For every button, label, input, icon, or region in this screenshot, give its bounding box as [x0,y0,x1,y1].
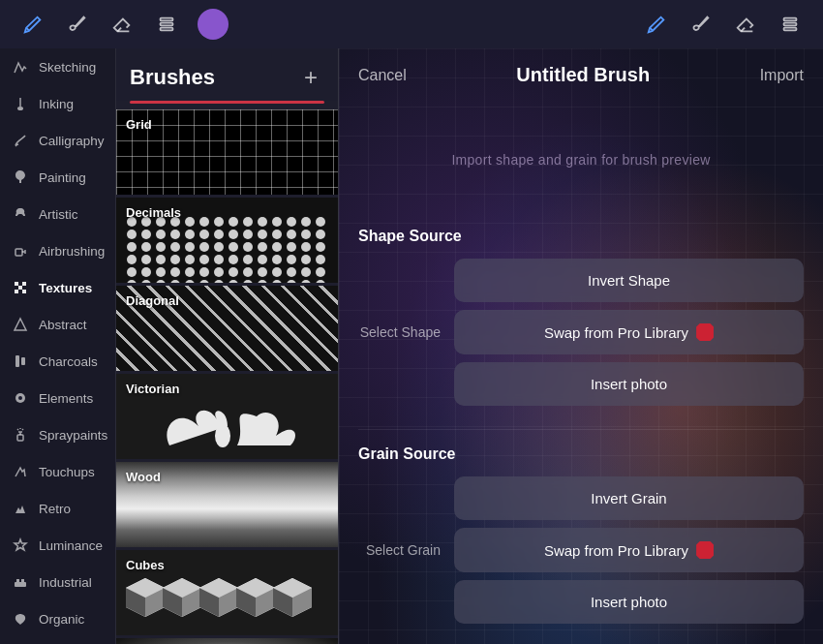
svg-rect-10 [15,290,18,293]
import-button[interactable]: Import [760,67,804,84]
select-shape-label: Select Shape [358,324,441,340]
brush-item-halftone[interactable]: Halftone [116,638,338,644]
sidebar-item-elements[interactable]: Elements [0,380,115,416]
brush-list-panel: Brushes Grid Decimals document.write(Arr… [116,48,339,644]
shape-source-row: Select Shape Invert Shape Swap from Pro … [358,259,804,406]
cancel-button[interactable]: Cancel [358,67,407,84]
layers-icon-right[interactable] [777,11,804,38]
sidebar-item-calligraphy[interactable]: Calligraphy [0,122,115,159]
sidebar-item-organic[interactable]: Organic [0,600,115,637]
sidebar-item-painting[interactable]: Painting [0,159,115,196]
svg-rect-8 [15,282,18,286]
sidebar: Sketching Inking Calligraphy Painting Ar… [0,48,116,644]
sidebar-item-retro[interactable]: Retro [0,490,115,527]
brush-item-decimals[interactable]: Decimals document.write(Array(84).fill('… [116,198,338,283]
add-brush-button[interactable] [297,64,324,91]
select-grain-label: Select Grain [358,542,441,558]
brush-item-cubes[interactable]: Cubes [116,550,338,635]
brush-item-victorian[interactable]: Victorian [116,374,338,459]
sidebar-item-touchups[interactable]: Touchups [0,453,115,490]
sidebar-label-sketching: Sketching [39,60,96,75]
sidebar-item-sketching[interactable]: Sketching [0,48,115,85]
shape-buttons: Invert Shape Swap from Pro Library Inser… [454,259,804,406]
sidebar-label-textures: Textures [39,281,92,295]
brush-icon-left[interactable] [64,11,91,38]
sidebar-item-luminance[interactable]: Luminance [0,527,115,564]
brush-panel-header: Brushes [116,48,338,101]
sidebar-label-painting: Painting [39,170,86,185]
grain-source-title: Grain Source [358,445,804,463]
industrial-icon [12,573,29,591]
svg-rect-5 [784,28,797,31]
invert-shape-button[interactable]: Invert Shape [454,259,804,302]
svg-rect-20 [15,582,26,587]
brush-preview-area: Import shape and grain for brush preview [358,102,804,218]
organic-icon [12,610,29,628]
sidebar-label-luminance: Luminance [39,538,103,553]
brush-item-diagonal[interactable]: Diagonal [116,286,338,371]
shape-source-section: Shape Source Select Shape Invert Shape S… [339,218,823,423]
eraser-icon-left[interactable] [108,11,136,38]
swap-grain-library-button[interactable]: Swap from Pro Library [454,528,804,572]
sidebar-label-abstract: Abstract [39,318,87,332]
sidebar-label-industrial: Industrial [39,575,92,590]
sketching-icon [12,58,29,76]
sidebar-label-spraypaints: Spraypaints [39,428,107,443]
artistic-icon [12,205,29,223]
layers-icon-left[interactable] [153,11,180,38]
sidebar-item-inking[interactable]: Inking [0,85,115,122]
svg-marker-13 [15,319,26,330]
section-divider [358,429,804,430]
svg-rect-11 [22,290,26,293]
insert-photo-grain-button[interactable]: Insert photo [454,580,804,624]
sidebar-item-abstract[interactable]: Abstract [0,306,115,343]
brush-panel-title: Brushes [130,65,215,90]
grain-source-section: Grain Source Select Grain Invert Grain S… [339,436,823,641]
sidebar-item-airbrushing[interactable]: Airbrushing [0,232,115,269]
right-toolbar-group [643,11,804,38]
pencil-icon-right[interactable] [643,11,670,38]
textures-icon [12,279,29,296]
brush-name-grid: Grid [126,117,152,132]
top-toolbar [0,0,823,48]
svg-rect-3 [784,18,797,21]
brush-name-cubes: Cubes [126,558,165,572]
inking-icon [12,95,29,112]
pro-library-icon-shape [696,323,714,341]
sidebar-item-industrial[interactable]: Industrial [0,564,115,600]
brush-icon-right[interactable] [687,11,715,38]
brush-name-decimals: Decimals [126,205,181,220]
sidebar-label-airbrushing: Airbrushing [39,244,105,259]
invert-grain-button[interactable]: Invert Grain [454,476,804,520]
sidebar-label-inking: Inking [39,97,74,111]
svg-rect-14 [15,355,19,367]
brush-name-wood: Wood [126,470,161,484]
sidebar-item-charcoals[interactable]: Charcoals [0,343,115,380]
editor-title: Untitled Brush [516,64,650,86]
brush-name-diagonal: Diagonal [126,293,179,308]
eraser-icon-right[interactable] [732,11,759,38]
charcoals-icon [12,353,29,370]
swap-shape-library-button[interactable]: Swap from Pro Library [454,310,804,354]
svg-rect-1 [161,23,173,26]
pencil-icon-left[interactable] [19,11,46,38]
svg-rect-0 [161,18,173,21]
svg-point-6 [17,107,23,110]
sidebar-item-spraypaints[interactable]: Spraypaints [0,416,115,453]
sidebar-item-water[interactable]: Water [0,637,115,644]
insert-photo-shape-button[interactable]: Insert photo [454,362,804,406]
grain-source-row: Select Grain Invert Grain Swap from Pro … [358,476,804,624]
brush-name-victorian: Victorian [126,382,179,396]
svg-point-24 [245,423,259,445]
svg-rect-21 [16,579,19,582]
svg-rect-7 [15,249,22,256]
shape-source-title: Shape Source [358,228,804,245]
brush-item-wood[interactable]: Wood [116,462,338,547]
brush-item-grid[interactable]: Grid [116,109,338,195]
sidebar-item-textures[interactable]: Textures [0,269,115,306]
active-indicator [130,101,324,104]
calligraphy-icon [12,132,29,149]
sidebar-item-artistic[interactable]: Artistic [0,196,115,232]
brush-editor: Cancel Untitled Brush Import Import shap… [339,48,823,644]
color-picker[interactable] [198,9,229,40]
